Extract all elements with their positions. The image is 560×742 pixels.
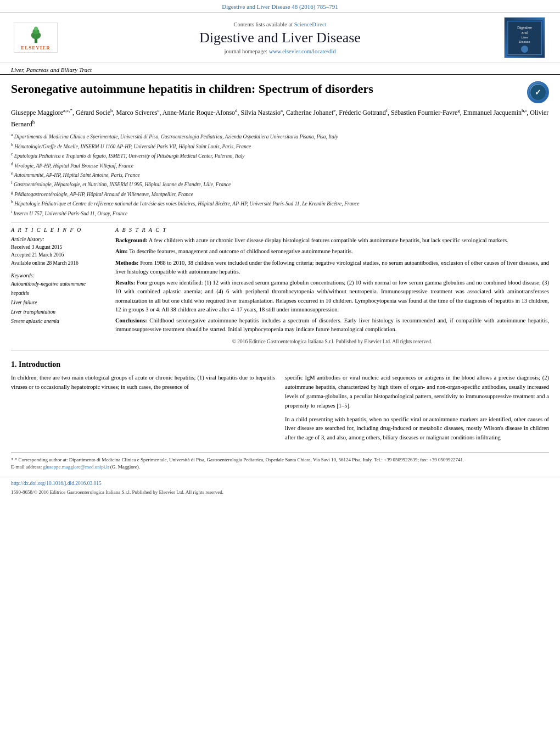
section-label: Liver, Pancreas and Biliary Tract: [0, 63, 560, 75]
conclusions-label: Conclusions:: [115, 317, 147, 323]
available-date: Available online 28 March 2016: [11, 259, 104, 267]
keyword-1: Autoantibody-negative autoimmune: [11, 280, 104, 289]
divider: [11, 222, 549, 222]
journal-name: Digestive and Liver Disease: [66, 30, 494, 46]
results-text: Four groups were identified: (1) 12 with…: [115, 280, 549, 313]
svg-point-3: [34, 27, 38, 31]
section-label-text: Liver, Pancreas and Biliary Tract: [11, 66, 92, 73]
received-date: Received 3 August 2015: [11, 243, 104, 251]
affiliation-e: e Autoimmunité, AP-HP, Hôpital Saint Ant…: [11, 170, 549, 179]
keyword-3: Liver transplantation: [11, 308, 104, 317]
intro-para-right-2: In a child presenting with hepatitis, wh…: [285, 415, 549, 443]
svg-point-10: [521, 45, 528, 52]
article-info-column: A R T I C L E I N F O Article history: R…: [11, 227, 104, 345]
keyword-1b: hepatitis: [11, 289, 104, 298]
contents-available-line: Contents lists available at ScienceDirec…: [66, 21, 494, 27]
footnote-email: E-mail address: giuseppe.maggiore@med.un…: [11, 464, 549, 471]
elsevier-logo: ELSEVIER: [14, 23, 58, 53]
keyword-4: Severe aplastic anemia: [11, 317, 104, 326]
crossmark-icon[interactable]: ✓: [527, 81, 549, 103]
background-label: Background:: [115, 237, 148, 243]
svg-text:✓: ✓: [535, 88, 541, 97]
journal-icon: Digestive and Liver Disease: [504, 17, 545, 58]
conclusions-text: Childhood seronegative autoimmune hepati…: [115, 317, 549, 332]
affiliation-c: c Epatologia Pediatrica e Trapianto di f…: [11, 151, 549, 160]
abstract-results: Results: Four groups were identified: (1…: [115, 278, 549, 314]
keywords-label: Keywords:: [11, 272, 104, 278]
journal-title-section: Contents lists available at ScienceDirec…: [60, 21, 500, 54]
intro-para-right-1: specific IgM antibodies or viral nucleic…: [285, 373, 549, 410]
article-info-heading: A R T I C L E I N F O: [11, 227, 104, 233]
svg-text:Disease: Disease: [519, 40, 530, 43]
intro-left-column: In children, there are two main etiologi…: [11, 373, 275, 447]
elsevier-logo-container: ELSEVIER: [11, 23, 60, 53]
contents-text: Contents lists available at: [233, 21, 293, 27]
doi-line: http://dx.doi.org/10.1016/j.dld.2016.03.…: [0, 477, 560, 488]
homepage-text: journal homepage:: [225, 48, 267, 54]
email-link[interactable]: giuseppe.maggiore@med.unipi.it: [43, 464, 109, 470]
homepage-url[interactable]: www.elsevier.com/locate/dld: [269, 48, 336, 54]
affiliation-b: b Hématologie/Greffe de Moelle, INSERM U…: [11, 142, 549, 150]
journal-cover-icon: Digestive and Liver Disease: [507, 19, 542, 57]
affiliation-h: h Hépatologie Pédiatrique et Centre de r…: [11, 199, 549, 208]
journal-header: ELSEVIER Contents lists available at Sci…: [0, 12, 560, 63]
aim-label: Aim:: [115, 248, 128, 254]
footnote-star: * * Corresponding author at: Dipartiment…: [11, 456, 549, 464]
article-title-row: Seronegative autoimmune hepatitis in chi…: [11, 78, 549, 103]
intro-columns: In children, there are two main etiologi…: [11, 373, 549, 447]
keywords-list: Autoantibody-negative autoimmune hepatit…: [11, 280, 104, 326]
accepted-date: Accepted 21 March 2016: [11, 251, 104, 259]
divider-2: [11, 350, 549, 350]
crossmark-svg: ✓: [528, 82, 548, 102]
elsevier-brand-text: ELSEVIER: [21, 45, 51, 51]
methods-text: From 1988 to 2010, 38 children were incl…: [115, 260, 549, 275]
abstract-body: Background: A few children with acute or…: [115, 236, 549, 345]
abstract-column: A B S T R A C T Background: A few childr…: [115, 227, 549, 345]
journal-homepage-line: journal homepage: www.elsevier.com/locat…: [66, 48, 494, 54]
methods-label: Methods:: [115, 260, 139, 266]
email-suffix: (G. Maggiore).: [110, 464, 140, 470]
abstract-methods: Methods: From 1988 to 2010, 38 children …: [115, 259, 549, 277]
sciencedirect-link[interactable]: ScienceDirect: [294, 21, 327, 27]
info-abstract-columns: A R T I C L E I N F O Article history: R…: [11, 227, 549, 345]
article-main: Seronegative autoimmune hepatitis in chi…: [0, 78, 560, 350]
footnote-body: * * Corresponding author at: Dipartiment…: [11, 456, 549, 471]
article-title: Seronegative autoimmune hepatitis in chi…: [11, 81, 527, 97]
svg-text:Digestive: Digestive: [517, 26, 532, 30]
abstract-conclusions: Conclusions: Childhood seronegative auto…: [115, 316, 549, 334]
intro-right-column: specific IgM antibodies or viral nucleic…: [285, 373, 549, 447]
email-label: E-mail address:: [11, 464, 42, 470]
affiliations-section: a Dipartimento di Medicina Clinica e Spe…: [11, 132, 549, 217]
abstract-aim: Aim: To describe features, management an…: [115, 247, 549, 256]
results-label: Results:: [115, 280, 135, 286]
citation-text: Digestive and Liver Disease 48 (2016) 78…: [222, 3, 338, 10]
affiliation-g: g Pédiatogastroentérologie, AP-HP, Hôpit…: [11, 189, 549, 198]
elsevier-tree-icon: [21, 25, 51, 44]
citation-bar: Digestive and Liver Disease 48 (2016) 78…: [0, 0, 560, 12]
aim-text: To describe features, management and out…: [129, 248, 352, 254]
bottom-copyright: 1590-8658/© 2016 Editrice Gastroenterolo…: [0, 488, 560, 498]
intro-text-right: specific IgM antibodies or viral nucleic…: [285, 373, 549, 443]
background-text: A few children with acute or chronic liv…: [149, 237, 508, 243]
journal-icon-container: Digestive and Liver Disease: [500, 17, 549, 58]
abstract-background: Background: A few children with acute or…: [115, 236, 549, 245]
history-label: Article history:: [11, 236, 104, 242]
doi-link[interactable]: http://dx.doi.org/10.1016/j.dld.2016.03.…: [11, 481, 102, 486]
intro-para-left-1: In children, there are two main etiologi…: [11, 373, 275, 392]
keywords-group: Keywords: Autoantibody-negative autoimmu…: [11, 272, 104, 326]
authors-line: Giuseppe Maggiorea,c,*, Gérard Socieb, M…: [11, 107, 549, 130]
svg-text:and: and: [522, 30, 528, 34]
introduction-section: 1. Introduction In children, there are t…: [0, 355, 560, 447]
affiliation-a: a Dipartimento di Medicina Clinica e Spe…: [11, 132, 549, 141]
footnote-section: * * Corresponding author at: Dipartiment…: [11, 453, 549, 471]
history-group: Article history: Received 3 August 2015 …: [11, 236, 104, 267]
keyword-2: Liver failure: [11, 298, 104, 308]
abstract-copyright: © 2016 Editrice Gastroenterologica Itali…: [115, 338, 549, 346]
introduction-heading: 1. Introduction: [11, 360, 549, 369]
abstract-heading: A B S T R A C T: [115, 227, 549, 233]
affiliation-i: i Inserm U 757, Université Paris-Sud 11,…: [11, 209, 549, 217]
affiliation-d: d Virologie, AP-HP, Hôpital Paul Brousse…: [11, 161, 549, 170]
svg-text:Liver: Liver: [521, 35, 528, 38]
intro-text-left: In children, there are two main etiologi…: [11, 373, 275, 392]
affiliation-f: f Gastroentérologie, Hépatologie, et Nut…: [11, 180, 549, 188]
